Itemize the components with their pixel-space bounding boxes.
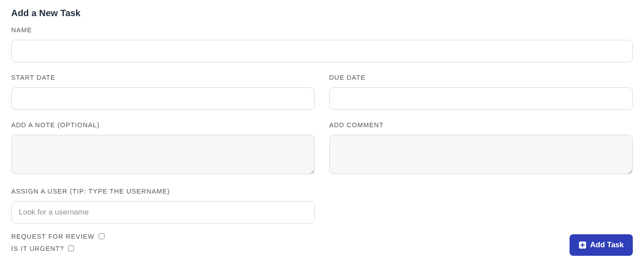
note-label: ADD A NOTE (OPTIONAL) [11,121,315,129]
review-check-label: REQUEST FOR REVIEW [11,233,95,240]
plus-square-icon [579,241,587,249]
comment-label: ADD COMMENT [329,121,633,129]
urgent-check-row: IS IT URGENT? [11,244,106,252]
row-name: NAME [11,26,633,62]
assign-label: ASSIGN A USER (TIP: TYPE THE USERNAME) [11,188,315,195]
add-task-button-label: Add Task [590,241,624,249]
urgent-checkbox[interactable] [68,245,74,251]
due-date-label: DUE DATE [329,74,633,81]
name-label: NAME [11,26,633,34]
start-date-input[interactable] [11,87,315,110]
review-check-row: REQUEST FOR REVIEW [11,232,106,240]
due-date-input[interactable] [329,87,633,110]
row-assign: ASSIGN A USER (TIP: TYPE THE USERNAME) [11,188,633,224]
assign-input[interactable] [11,201,315,224]
row-dates: START DATE DUE DATE [11,74,633,110]
add-task-button[interactable]: Add Task [570,234,633,256]
row-textareas: ADD A NOTE (OPTIONAL) ADD COMMENT [11,121,633,176]
footer-row: REQUEST FOR REVIEW IS IT URGENT? Add Tas… [11,232,633,256]
name-input[interactable] [11,40,633,62]
review-checkbox[interactable] [99,233,104,239]
page-title: Add a New Task [11,8,633,18]
checks-group: REQUEST FOR REVIEW IS IT URGENT? [11,232,106,256]
start-date-label: START DATE [11,74,315,81]
add-task-form: Add a New Task NAME START DATE DUE DATE … [0,0,644,256]
svg-rect-2 [580,245,584,245]
comment-textarea[interactable] [329,135,633,174]
urgent-check-label: IS IT URGENT? [11,245,64,252]
note-textarea[interactable] [11,135,315,174]
